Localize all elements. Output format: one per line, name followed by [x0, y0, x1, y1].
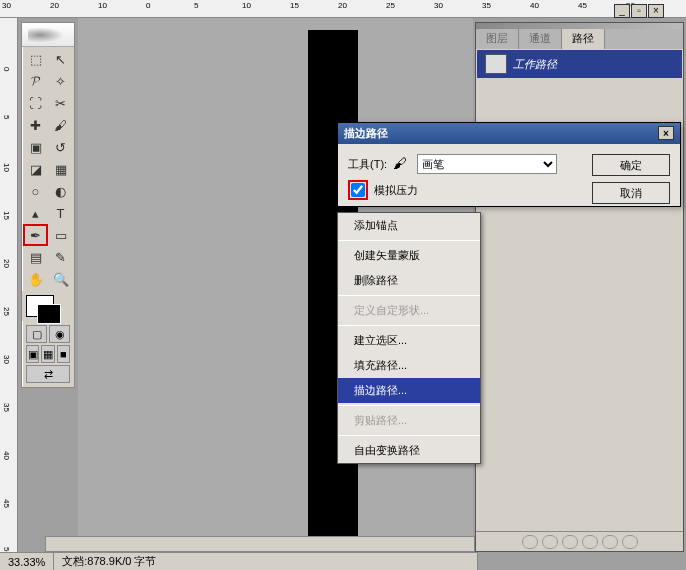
screen-mode-1-button[interactable]: ▣	[26, 345, 39, 363]
menu-item[interactable]: 删除路径	[338, 268, 480, 293]
context-menu: 添加锚点创建矢量蒙版删除路径定义自定形状...建立选区...填充路径...描边路…	[337, 212, 481, 464]
marquee-icon[interactable]: ⬚	[23, 48, 48, 70]
blur-icon[interactable]: ○	[23, 180, 48, 202]
panel-footer	[476, 531, 683, 551]
zoom-icon[interactable]: 🔍	[48, 268, 73, 290]
stroke-path-dialog: 描边路径 × 工具(T): 🖌 画笔 模拟压力 确定 取消	[337, 122, 681, 207]
screen-mode-3-button[interactable]: ■	[57, 345, 70, 363]
delete-path-icon[interactable]	[622, 535, 638, 549]
simulate-pressure-checkbox[interactable]	[351, 183, 365, 197]
gradient-icon[interactable]: ▦	[48, 158, 73, 180]
quickmask-mode-button[interactable]: ◉	[49, 325, 70, 343]
paths-panel: 图层通道路径 工作路径	[475, 22, 684, 552]
dodge-icon[interactable]: ◐	[48, 180, 73, 202]
panel-tabs: 图层通道路径	[476, 29, 683, 49]
window-controls: _ ▫ ×	[614, 4, 664, 18]
path-thumbnail	[485, 54, 507, 74]
make-workpath-icon[interactable]	[582, 535, 598, 549]
brush-preview-icon: 🖌	[393, 155, 411, 173]
screen-mode-2-button[interactable]: ▦	[41, 345, 54, 363]
status-bar: 33.33% 文档:878.9K/0 字节	[0, 552, 478, 570]
toolbox-modes: ▢ ◉ ▣ ▦ ■ ⇄	[22, 321, 74, 387]
toolbox: ⬚↖𝓟✧⛶✂✚🖌▣↺◪▦○◐▴T✒▭▤✎✋🔍 ▢ ◉ ▣ ▦ ■ ⇄	[21, 22, 75, 388]
tool-grid: ⬚↖𝓟✧⛶✂✚🖌▣↺◪▦○◐▴T✒▭▤✎✋🔍	[22, 47, 74, 291]
menu-item[interactable]: 创建矢量蒙版	[338, 243, 480, 268]
path-item-label: 工作路径	[513, 57, 557, 72]
color-swatch-area	[22, 291, 74, 321]
tool-select[interactable]: 画笔	[417, 154, 557, 174]
crop-icon[interactable]: ⛶	[23, 92, 48, 114]
ok-button[interactable]: 确定	[592, 154, 670, 176]
horizontal-ruler	[0, 0, 686, 18]
menu-item[interactable]: 描边路径...	[338, 378, 480, 403]
menu-item[interactable]: 自由变换路径	[338, 438, 480, 463]
zoom-level[interactable]: 33.33%	[0, 553, 54, 570]
close-button[interactable]: ×	[648, 4, 664, 18]
dialog-titlebar[interactable]: 描边路径 ×	[338, 123, 680, 144]
menu-item[interactable]: 填充路径...	[338, 353, 480, 378]
horizontal-scrollbar[interactable]	[45, 536, 475, 552]
menu-separator	[338, 405, 480, 406]
path-select-icon[interactable]: ▴	[23, 202, 48, 224]
panel-header[interactable]	[476, 23, 683, 29]
slice-icon[interactable]: ✂	[48, 92, 73, 114]
heal-icon[interactable]: ✚	[23, 114, 48, 136]
path-list-item[interactable]: 工作路径	[477, 50, 682, 78]
menu-separator	[338, 325, 480, 326]
toolbox-header	[22, 23, 74, 47]
menu-separator	[338, 295, 480, 296]
menu-item[interactable]: 建立选区...	[338, 328, 480, 353]
load-selection-icon[interactable]	[562, 535, 578, 549]
move-icon[interactable]: ↖	[48, 48, 73, 70]
type-icon[interactable]: T	[48, 202, 73, 224]
lasso-icon[interactable]: 𝓟	[23, 70, 48, 92]
jump-to-button[interactable]: ⇄	[26, 365, 70, 383]
hand-icon[interactable]: ✋	[23, 268, 48, 290]
fill-path-icon[interactable]	[522, 535, 538, 549]
new-path-icon[interactable]	[602, 535, 618, 549]
menu-separator	[338, 435, 480, 436]
dialog-close-button[interactable]: ×	[658, 126, 674, 140]
menu-item: 剪贴路径...	[338, 408, 480, 433]
stamp-icon[interactable]: ▣	[23, 136, 48, 158]
simulate-pressure-highlight	[348, 180, 368, 200]
eraser-icon[interactable]: ◪	[23, 158, 48, 180]
tab-图层[interactable]: 图层	[476, 29, 519, 49]
menu-separator	[338, 240, 480, 241]
standard-mode-button[interactable]: ▢	[26, 325, 47, 343]
notes-icon[interactable]: ▤	[23, 246, 48, 268]
foreground-background-swatch[interactable]	[26, 295, 54, 317]
dialog-title: 描边路径	[344, 126, 388, 141]
brush-icon[interactable]: 🖌	[48, 114, 73, 136]
tab-路径[interactable]: 路径	[562, 29, 605, 49]
restore-button[interactable]: ▫	[631, 4, 647, 18]
cancel-button[interactable]: 取消	[592, 182, 670, 204]
wand-icon[interactable]: ✧	[48, 70, 73, 92]
minimize-button[interactable]: _	[614, 4, 630, 18]
menu-item: 定义自定形状...	[338, 298, 480, 323]
eyedropper-icon[interactable]: ✎	[48, 246, 73, 268]
app-logo-icon	[28, 26, 68, 44]
tool-label: 工具(T):	[348, 157, 387, 172]
shape-icon[interactable]: ▭	[48, 224, 73, 246]
vertical-ruler	[0, 18, 18, 570]
document-info: 文档:878.9K/0 字节	[54, 553, 478, 570]
history-icon[interactable]: ↺	[48, 136, 73, 158]
stroke-path-icon[interactable]	[542, 535, 558, 549]
pen-icon[interactable]: ✒	[23, 224, 48, 246]
menu-item[interactable]: 添加锚点	[338, 213, 480, 238]
simulate-pressure-label: 模拟压力	[374, 183, 418, 198]
tab-通道[interactable]: 通道	[519, 29, 562, 49]
